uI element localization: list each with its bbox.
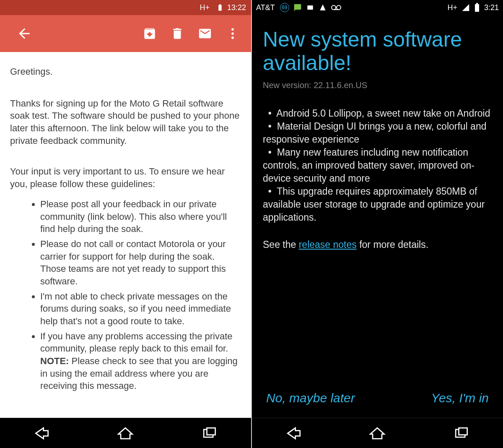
status-bar: AT&T 69 H+ 3:21 bbox=[252, 0, 503, 15]
email-body[interactable]: Greetings. Thanks for signing up for the… bbox=[0, 52, 251, 418]
nav-back-button[interactable] bbox=[17, 424, 67, 443]
network-type: H+ bbox=[447, 3, 457, 12]
nav-home-button[interactable] bbox=[352, 424, 402, 443]
svg-rect-1 bbox=[219, 4, 220, 5]
delete-button[interactable] bbox=[166, 23, 188, 44]
email-greeting: Greetings. bbox=[10, 65, 241, 78]
list-item: • This upgrade requires approximately 85… bbox=[263, 185, 492, 224]
svg-rect-12 bbox=[476, 3, 478, 4]
clock: 3:21 bbox=[484, 3, 499, 12]
list-item: • Many new features including new notifi… bbox=[263, 146, 492, 185]
network-type: H+ bbox=[200, 3, 210, 12]
svg-rect-0 bbox=[218, 5, 222, 11]
nav-back-button[interactable] bbox=[269, 424, 319, 443]
battery-icon bbox=[474, 3, 480, 12]
app-bar bbox=[0, 15, 251, 52]
nav-recent-button[interactable] bbox=[436, 424, 486, 443]
list-item: Please do not call or contact Motorola o… bbox=[40, 238, 241, 288]
email-para-1: Thanks for signing up for the Moto G Ret… bbox=[10, 97, 241, 147]
svg-point-2 bbox=[231, 28, 234, 31]
svg-point-8 bbox=[332, 5, 336, 10]
screenshot-icon bbox=[306, 3, 314, 12]
update-actions: No, maybe later Yes, I'm in bbox=[263, 391, 492, 418]
phone-system-update: AT&T 69 H+ 3:21 New system software avai… bbox=[252, 0, 503, 448]
list-item: • Android 5.0 Lollipop, a sweet new take… bbox=[263, 107, 492, 120]
overflow-menu-button[interactable] bbox=[222, 23, 244, 44]
app-icon bbox=[319, 3, 327, 12]
email-guidelines-list: Please post all your feedback in our pri… bbox=[10, 198, 241, 392]
decline-button[interactable]: No, maybe later bbox=[266, 391, 355, 405]
notification-badge: 69 bbox=[280, 3, 289, 12]
status-bar: H+ 13:22 bbox=[0, 0, 251, 15]
nav-recent-button[interactable] bbox=[184, 424, 234, 443]
update-bullets: • Android 5.0 Lollipop, a sweet new take… bbox=[263, 107, 492, 224]
list-item: • Material Design UI brings you a new, c… bbox=[263, 120, 492, 146]
list-item: Please post all your feedback in our pri… bbox=[40, 198, 241, 235]
email-para-2: Your input is very important to us. To e… bbox=[10, 165, 241, 190]
voicemail-icon bbox=[331, 4, 341, 11]
nav-bar bbox=[0, 418, 251, 448]
release-notes-line: See the release notes for more details. bbox=[263, 239, 492, 250]
release-notes-link[interactable]: release notes bbox=[299, 239, 357, 250]
svg-point-3 bbox=[231, 32, 234, 35]
svg-rect-11 bbox=[475, 4, 479, 12]
accept-button[interactable]: Yes, I'm in bbox=[431, 391, 489, 405]
svg-point-9 bbox=[337, 5, 341, 10]
svg-rect-7 bbox=[307, 5, 313, 10]
svg-rect-14 bbox=[459, 428, 467, 435]
messaging-icon bbox=[293, 3, 302, 12]
update-title: New system software available! bbox=[263, 28, 492, 75]
svg-rect-6 bbox=[207, 428, 215, 435]
update-version: New version: 22.11.6.en.US bbox=[263, 81, 492, 90]
list-item: If you have any problems accessing the p… bbox=[40, 330, 241, 392]
nav-bar bbox=[252, 418, 503, 448]
signal-icon bbox=[462, 3, 470, 12]
list-item: I'm not able to check private messages o… bbox=[40, 290, 241, 328]
archive-button[interactable] bbox=[139, 23, 161, 44]
back-button[interactable] bbox=[13, 23, 35, 44]
mark-unread-button[interactable] bbox=[194, 23, 216, 44]
nav-home-button[interactable] bbox=[100, 424, 150, 443]
clock: 13:22 bbox=[227, 3, 246, 12]
update-screen: New system software available! New versi… bbox=[252, 15, 503, 418]
svg-point-4 bbox=[231, 36, 234, 39]
battery-icon bbox=[216, 3, 224, 13]
phone-gmail: H+ 13:22 Greetings. Thanks for signing u… bbox=[0, 0, 252, 448]
carrier-label: AT&T bbox=[256, 3, 275, 12]
